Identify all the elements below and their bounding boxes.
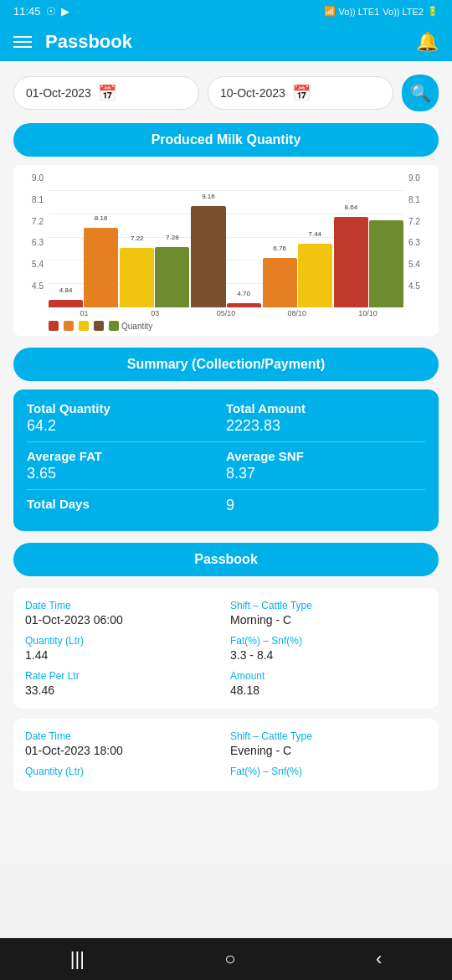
start-date-value: 01-Oct-2023 <box>26 86 91 100</box>
entry-field-value-0-5: 48.18 <box>230 683 427 697</box>
passbook-button[interactable]: Passbook <box>13 543 439 576</box>
milk-section-header: Produced Milk Quantity <box>13 123 439 157</box>
entry-field-1-3: Fat(%) – Snf(%) <box>230 766 427 779</box>
bars-wrapper: 4.848.167.227.289.164.706.767.448.64 <box>49 190 403 307</box>
total-amount-label: Total Amount <box>226 401 425 415</box>
toolbar: Passbook 🔔 <box>0 23 452 61</box>
entry-field-label-0-3: Fat(%) – Snf(%) <box>230 635 427 647</box>
search-icon: 🔍 <box>410 83 431 103</box>
bar-0-1: 8.16 <box>84 228 118 307</box>
legend-quantity-label: Quantity <box>121 322 152 331</box>
legend-item-red <box>49 321 59 331</box>
entry-field-value-0-0: 01-Oct-2023 06:00 <box>25 613 222 627</box>
status-bar: 11:45 ☉ ▶ 📶 Vo)) LTE1 Vo)) LTE2 🔋 <box>0 0 452 23</box>
entry-card-0: Date Time01-Oct-2023 06:00Shift – Cattle… <box>13 588 439 709</box>
bar-group-3: 6.767.44 <box>263 244 332 307</box>
date-filter-row: 01-Oct-2023 📅 10-Oct-2023 📅 🔍 <box>13 75 439 111</box>
notification-bell-icon[interactable]: 🔔 <box>416 31 439 53</box>
back-button[interactable]: ‹ <box>376 948 382 970</box>
entry-field-value-0-4: 33.46 <box>25 683 222 697</box>
legend-item-brown <box>94 321 104 331</box>
bar-4-1 <box>369 220 403 307</box>
summary-card: Total Quantity 64.2 Total Amount 2223.83… <box>13 389 439 531</box>
whatsapp-icon: ☉ <box>46 5 56 18</box>
menu-button[interactable] <box>13 36 32 48</box>
legend-item-green: Quantity <box>109 321 152 331</box>
entry-field-label-1-1: Shift – Cattle Type <box>230 730 427 742</box>
entry-field-label-1-2: Quantity (Ltr) <box>25 766 222 777</box>
entry-field-value-1-0: 01-Oct-2023 18:00 <box>25 744 222 757</box>
entry-field-0-0: Date Time01-Oct-2023 06:00 <box>25 600 222 627</box>
total-amount-value: 2223.83 <box>226 417 425 435</box>
wifi-icon: 📶 <box>324 6 336 17</box>
entry-field-0-4: Rate Per Ltr33.46 <box>25 670 222 697</box>
total-quantity-col: Total Quantity 64.2 <box>27 401 226 435</box>
bar-1-0: 7.22 <box>120 248 154 307</box>
summary-divider-1 <box>27 441 425 442</box>
bar-3-1: 7.44 <box>298 244 332 307</box>
avg-fat-value: 3.65 <box>27 465 226 482</box>
entry-field-1-1: Shift – Cattle TypeEvening - C <box>230 730 427 757</box>
entry-field-label-0-5: Amount <box>230 670 427 682</box>
entry-field-value-0-3: 3.3 - 8.4 <box>230 648 427 662</box>
bar-2-1: 4.70 <box>227 303 261 307</box>
x-label-3: 08/10 <box>261 309 332 317</box>
bar-group-0: 4.848.16 <box>49 228 118 307</box>
recent-apps-button[interactable]: ||| <box>70 948 85 970</box>
x-label-4: 10/10 <box>332 309 403 317</box>
lte2-signal: Vo)) LTE2 <box>383 7 424 17</box>
avg-snf-value: 8.37 <box>226 465 425 482</box>
x-label-1: 03 <box>120 309 191 317</box>
entry-field-value-1-1: Evening - C <box>230 744 427 757</box>
x-label-2: 05/10 <box>191 309 262 317</box>
bar-label-3-0: 6.76 <box>273 245 286 252</box>
entry-field-label-0-1: Shift – Cattle Type <box>230 600 427 611</box>
bar-label-0-1: 8.16 <box>95 214 108 222</box>
main-content: 01-Oct-2023 📅 10-Oct-2023 📅 🔍 Produced M… <box>0 61 452 864</box>
chart-area: 9.0 8.1 7.2 6.3 5.4 4.5 4.848.167.227.28 <box>18 173 434 307</box>
entry-field-1-2: Quantity (Ltr) <box>25 766 222 779</box>
end-date-picker[interactable]: 10-Oct-2023 📅 <box>208 76 393 110</box>
end-date-value: 10-Oct-2023 <box>220 86 285 100</box>
start-calendar-icon[interactable]: 📅 <box>98 84 116 102</box>
entry-field-0-1: Shift – Cattle TypeMorning - C <box>230 600 427 627</box>
x-axis-labels: 010305/1008/1010/10 <box>18 309 434 317</box>
bar-0-0: 4.84 <box>49 300 83 307</box>
bar-3-0: 6.76 <box>263 258 297 307</box>
bar-label-1-1: 7.28 <box>166 234 179 241</box>
status-time: 11:45 <box>13 5 41 18</box>
search-button[interactable]: 🔍 <box>402 75 439 111</box>
total-days-value-col: 9 <box>226 497 425 514</box>
entry-field-value-0-2: 1.44 <box>25 648 222 662</box>
image-icon: ▶ <box>61 5 69 18</box>
bar-4-0: 8.64 <box>334 217 368 307</box>
total-days-value: 9 <box>226 497 425 514</box>
avg-fat-col: Average FAT 3.65 <box>27 449 226 482</box>
home-button[interactable]: ○ <box>224 948 235 970</box>
legend-item-yellow <box>79 321 89 331</box>
entry-field-label-1-3: Fat(%) – Snf(%) <box>230 766 427 777</box>
passbook-entries: Date Time01-Oct-2023 06:00Shift – Cattle… <box>13 588 439 791</box>
x-label-0: 01 <box>49 309 120 317</box>
bar-label-2-1: 4.70 <box>237 290 250 297</box>
end-calendar-icon[interactable]: 📅 <box>292 84 311 102</box>
milk-chart-container: 9.0 8.1 7.2 6.3 5.4 4.5 4.848.167.227.28 <box>13 165 439 336</box>
bar-label-0-0: 4.84 <box>59 286 73 294</box>
start-date-picker[interactable]: 01-Oct-2023 📅 <box>13 76 199 110</box>
total-days-label: Total Days <box>27 497 226 511</box>
entry-field-label-0-4: Rate Per Ltr <box>25 670 222 682</box>
entry-field-1-0: Date Time01-Oct-2023 18:00 <box>25 730 222 757</box>
avg-fat-label: Average FAT <box>27 449 226 463</box>
total-days-col: Total Days <box>27 497 226 514</box>
entry-field-value-0-1: Morning - C <box>230 613 427 627</box>
lte1-signal: Vo)) LTE1 <box>339 7 380 17</box>
entry-field-0-2: Quantity (Ltr)1.44 <box>25 635 222 662</box>
legend-item-orange <box>64 321 74 331</box>
bar-1-1: 7.28 <box>155 247 189 307</box>
entry-field-0-3: Fat(%) – Snf(%)3.3 - 8.4 <box>230 635 427 662</box>
status-right: 📶 Vo)) LTE1 Vo)) LTE2 🔋 <box>324 6 439 17</box>
entry-field-label-0-0: Date Time <box>25 600 222 611</box>
y-axis-left: 9.0 8.1 7.2 6.3 5.4 4.5 <box>18 173 47 291</box>
summary-section-header: Summary (Collection/Payment) <box>13 348 439 381</box>
entry-field-label-0-2: Quantity (Ltr) <box>25 635 222 647</box>
